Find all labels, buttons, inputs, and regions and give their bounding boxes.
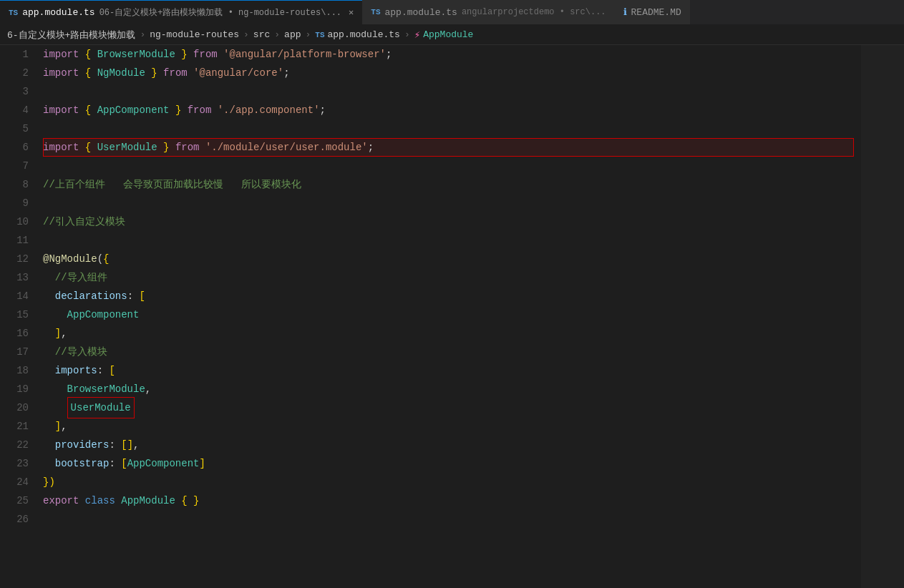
token-comment: //导入模块	[55, 343, 107, 361]
breadcrumb-sep-3: ›	[305, 29, 311, 40]
breadcrumb-sep-4: ›	[404, 29, 410, 40]
code-line: export class AppModule { }	[43, 491, 854, 510]
token-brace: {	[85, 64, 91, 82]
token-brace: }	[181, 45, 187, 64]
code-content[interactable]: import { BrowserModule } from '@angular/…	[36, 45, 861, 588]
line-number: 16	[7, 324, 29, 343]
token-plain	[91, 64, 97, 82]
tab-bar: TS app.module.ts 06-自定义模块+路由模块懒加载 • ng-m…	[0, 0, 904, 25]
token-kw: import	[43, 64, 79, 82]
token-string: '@angular/core'	[193, 64, 283, 82]
code-line: //导入组件	[43, 268, 854, 287]
token-class-name: AppComponent	[97, 101, 170, 119]
info-icon: ℹ	[623, 6, 627, 18]
token-plain	[43, 287, 55, 305]
line-number: 5	[7, 119, 29, 138]
line-number: 13	[7, 268, 29, 287]
line-number: 7	[7, 157, 29, 175]
code-line: @NgModule({	[43, 250, 854, 268]
breadcrumb-part-4: app.module.ts	[328, 29, 400, 40]
token-plain: :	[97, 361, 110, 380]
tab-active-label: app.module.ts	[22, 7, 94, 18]
code-line	[43, 231, 854, 250]
token-prop: imports	[55, 361, 97, 380]
token-decorator: @NgModule	[43, 250, 97, 268]
line-number: 10	[7, 212, 29, 231]
token-prop: bootstrap	[55, 454, 110, 473]
token-plain	[79, 64, 84, 82]
code-line	[43, 157, 854, 175]
token-plain	[188, 45, 193, 64]
tab-active[interactable]: TS app.module.ts 06-自定义模块+路由模块懒加载 • ng-m…	[0, 0, 362, 24]
line-number: 21	[7, 417, 29, 436]
breadcrumb-part-2: src	[253, 29, 270, 40]
line-number: 12	[7, 250, 29, 268]
minimap	[861, 45, 904, 588]
line-number: 6	[7, 138, 29, 157]
code-line: import { AppComponent } from './app.comp…	[43, 101, 854, 119]
token-plain	[181, 101, 187, 119]
token-brace: }	[151, 64, 157, 82]
token-plain	[91, 101, 97, 119]
token-class-name: AppModule	[121, 491, 175, 510]
token-kw: from	[188, 101, 212, 119]
token-module-name: UserModule	[97, 138, 157, 157]
tab-inactive-label: app.module.ts	[385, 7, 457, 18]
token-kw: from	[193, 45, 218, 64]
token-brace: ]	[55, 324, 61, 343]
code-line: imports: [	[43, 361, 854, 380]
token-plain	[79, 138, 84, 157]
line-number: 22	[7, 436, 29, 454]
line-number: 4	[7, 101, 29, 119]
token-prop: providers	[55, 436, 110, 454]
line-number: 20	[7, 398, 29, 417]
token-plain: :	[109, 436, 121, 454]
tab-readme[interactable]: ℹ README.MD	[615, 0, 690, 24]
tab-inactive[interactable]: TS app.module.ts angularprojectdemo • sr…	[362, 0, 614, 24]
token-brace: {	[85, 138, 91, 157]
breadcrumb-sep-0: ›	[140, 29, 145, 40]
token-brace: {	[85, 101, 91, 119]
code-line: ],	[43, 324, 854, 343]
code-line: ],	[43, 417, 854, 436]
token-comment: //引入自定义模块	[43, 212, 125, 231]
line-number: 9	[7, 194, 29, 212]
code-line: bootstrap: [AppComponent]	[43, 454, 854, 473]
token-plain	[91, 138, 97, 157]
token-plain	[169, 101, 175, 119]
line-number: 1	[7, 45, 29, 64]
breadcrumb-class-icon: ⚡	[414, 29, 420, 41]
code-line: declarations: [	[43, 287, 854, 305]
line-number: 24	[7, 473, 29, 491]
token-brace: { }	[181, 491, 199, 510]
line-number: 8	[7, 175, 29, 194]
token-plain	[175, 491, 181, 510]
code-line: })	[43, 473, 854, 491]
token-comment: //导入组件	[55, 268, 107, 287]
token-plain: ,	[133, 436, 139, 454]
token-class-name: BrowserModule	[67, 380, 145, 398]
token-plain: ;	[320, 101, 326, 119]
token-brace: {	[103, 250, 109, 268]
line-number: 15	[7, 305, 29, 324]
breadcrumb-part-0: 6-自定义模块+路由模块懒加载	[7, 29, 135, 41]
token-brace: [	[139, 287, 145, 305]
token-plain	[43, 436, 55, 454]
tab-readme-label: README.MD	[631, 7, 681, 18]
token-kw: from	[175, 138, 200, 157]
token-plain	[43, 361, 55, 380]
tab-active-close[interactable]: ✕	[349, 7, 354, 18]
code-line	[43, 82, 854, 101]
line-number: 3	[7, 82, 29, 101]
token-class-name: AppComponent	[127, 454, 200, 473]
token-brace: {	[85, 45, 91, 64]
line-number: 2	[7, 64, 29, 82]
code-line	[43, 194, 854, 212]
usermodule-red-box: UserModule	[67, 397, 135, 418]
code-line: //引入自定义模块	[43, 212, 854, 231]
token-plain	[43, 268, 55, 287]
token-plain	[157, 64, 163, 82]
token-module-name: BrowserModule	[97, 45, 175, 64]
token-plain	[157, 138, 163, 157]
line-numbers: 1234567891011121314151617181920212223242…	[0, 45, 36, 588]
